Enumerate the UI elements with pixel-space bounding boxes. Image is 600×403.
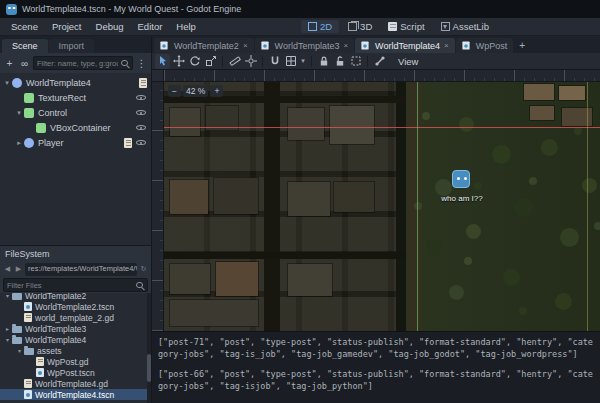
grid-snap-button[interactable] <box>283 54 298 69</box>
file-label: world_template_2.gd <box>35 313 114 323</box>
rotate-tool-button[interactable] <box>187 54 202 69</box>
tab-scene[interactable]: Scene <box>2 39 48 53</box>
expand-arrow-icon[interactable]: ▾ <box>3 293 12 299</box>
file-row[interactable]: WorldTemplate4.gd <box>0 378 151 389</box>
file-label: WorldTemplate2 <box>25 293 86 301</box>
scene-node-row[interactable]: VBoxContainer <box>0 120 151 135</box>
file-row[interactable]: ▾ WorldTemplate2 <box>0 293 151 301</box>
workspace-3d-label: 3D <box>360 21 372 32</box>
expand-arrow-icon[interactable]: ▸ <box>3 325 12 332</box>
scrollbar[interactable] <box>147 293 151 403</box>
instance-scene-button[interactable]: ∞ <box>18 56 31 70</box>
visibility-icon[interactable] <box>135 122 147 133</box>
skeleton-options-button[interactable] <box>372 54 387 69</box>
folder-icon <box>12 326 22 333</box>
select-tool-button[interactable] <box>155 54 170 69</box>
back-icon[interactable]: ◀ <box>3 265 12 273</box>
file-row-selected[interactable]: WorldTemplate4.tscn <box>0 389 151 400</box>
file-row[interactable]: WpPost.tscn <box>0 367 151 378</box>
visibility-icon[interactable] <box>135 137 147 148</box>
tab-import[interactable]: Import <box>49 39 95 53</box>
scene-node-row[interactable]: ▸ Player <box>0 135 151 150</box>
map-road <box>408 82 421 331</box>
separator <box>367 56 368 67</box>
filesystem-nav: ◀ ▶ res://templates/WorldTemplate4/Wo ↻ <box>0 261 151 277</box>
2d-viewport[interactable]: who am I?? − 42 % + <box>152 70 600 331</box>
separator <box>311 56 312 67</box>
workspace-script-button[interactable]: Script <box>381 20 431 33</box>
zoom-out-button[interactable]: − <box>168 85 181 97</box>
scene-dock-tabs: Scene Import <box>0 36 151 53</box>
file-row[interactable]: WpPost.gd <box>0 356 151 367</box>
view-menu-button[interactable]: View <box>392 55 424 68</box>
map-building <box>330 106 374 144</box>
close-icon[interactable]: × <box>444 41 449 50</box>
filesystem-filter-input[interactable] <box>7 281 133 290</box>
menu-debug[interactable]: Debug <box>89 21 131 32</box>
file-row[interactable]: WorldTemplate2.tscn <box>0 301 151 312</box>
separator <box>262 56 263 67</box>
scene-tab[interactable]: WorldTemplate3 × <box>255 38 355 53</box>
visibility-icon[interactable] <box>135 92 147 103</box>
close-icon[interactable]: × <box>343 41 348 50</box>
workspace-3d-button[interactable]: 3D <box>341 20 379 33</box>
expand-arrow-icon[interactable]: ▸ <box>14 139 24 147</box>
visibility-icon[interactable] <box>135 107 147 118</box>
map-building <box>288 264 332 296</box>
reload-icon[interactable]: ↻ <box>139 265 148 273</box>
script-file-icon <box>24 379 32 388</box>
scene-node-row[interactable]: ▾ WorldTemplate4 <box>0 75 151 90</box>
group-object-button[interactable] <box>348 54 363 69</box>
scene-filter-input[interactable] <box>37 59 118 68</box>
expand-arrow-icon[interactable]: ▾ <box>3 336 12 343</box>
godot-sprite-node[interactable] <box>452 170 470 188</box>
snap-options-caret-icon[interactable]: ▾ <box>299 57 307 65</box>
new-scene-tab-button[interactable]: + <box>514 38 530 53</box>
attached-script-icon[interactable] <box>124 138 132 148</box>
workspace-assetlib-button[interactable]: AssetLib <box>434 20 496 33</box>
file-row[interactable]: ▾ WorldTemplate4 <box>0 334 151 345</box>
filesystem-dock: FileSystem ◀ ▶ res://templates/WorldTemp… <box>0 245 151 403</box>
ruler-tool-button[interactable] <box>227 54 242 69</box>
menu-editor[interactable]: Editor <box>131 21 170 32</box>
scene-tab[interactable]: WorldTemplate2 × <box>154 38 254 53</box>
file-label: WorldTemplate2.tscn <box>35 302 114 312</box>
workspace-switcher: 2D 3D Script AssetLib <box>301 20 496 33</box>
lock-object-button[interactable] <box>316 54 331 69</box>
map-building <box>170 264 210 294</box>
scene-tree-menu-button[interactable]: ⋮ <box>135 56 148 70</box>
file-label: WorldTemplate4.tscn <box>35 390 114 400</box>
smart-snap-button[interactable] <box>267 54 282 69</box>
pivot-tool-button[interactable] <box>243 54 258 69</box>
workspace-script-label: Script <box>400 21 424 32</box>
file-row[interactable]: ▸ WorldTemplate3 <box>0 323 151 334</box>
zoom-in-button[interactable]: + <box>210 85 223 97</box>
scene-node-row[interactable]: TextureRect <box>0 90 151 105</box>
menu-scene[interactable]: Scene <box>4 21 45 32</box>
scrollbar-thumb[interactable] <box>147 354 151 382</box>
node2d-icon <box>12 78 22 88</box>
file-row[interactable]: world_template_2.gd <box>0 312 151 323</box>
scene-node-row[interactable]: ▾ Control <box>0 105 151 120</box>
close-icon[interactable]: × <box>243 41 248 50</box>
scene-canvas-map[interactable]: who am I?? <box>164 82 600 331</box>
workspace-2d-button[interactable]: 2D <box>301 20 339 33</box>
output-log-panel[interactable]: ["post-71", "post", "type-post", "status… <box>152 331 600 403</box>
main-area: WorldTemplate2 × WorldTemplate3 × WorldT… <box>152 36 600 403</box>
menu-help[interactable]: Help <box>169 21 203 32</box>
folder-icon <box>12 337 22 344</box>
scene-tab[interactable]: WpPost <box>456 38 514 53</box>
expand-arrow-icon[interactable]: ▾ <box>14 109 24 117</box>
attached-script-icon[interactable] <box>139 78 147 88</box>
menu-project[interactable]: Project <box>45 21 89 32</box>
forward-icon[interactable]: ▶ <box>14 265 23 273</box>
move-tool-button[interactable] <box>171 54 186 69</box>
scale-tool-button[interactable] <box>203 54 218 69</box>
zoom-percent-button[interactable]: 42 % <box>183 85 208 97</box>
expand-arrow-icon[interactable]: ▾ <box>15 347 24 354</box>
file-row[interactable]: ▾ assets <box>0 345 151 356</box>
scene-tab-active[interactable]: WorldTemplate4 × <box>355 38 455 53</box>
add-node-button[interactable]: + <box>3 56 16 70</box>
unlock-object-button[interactable] <box>332 54 347 69</box>
expand-arrow-icon[interactable]: ▾ <box>2 79 12 87</box>
